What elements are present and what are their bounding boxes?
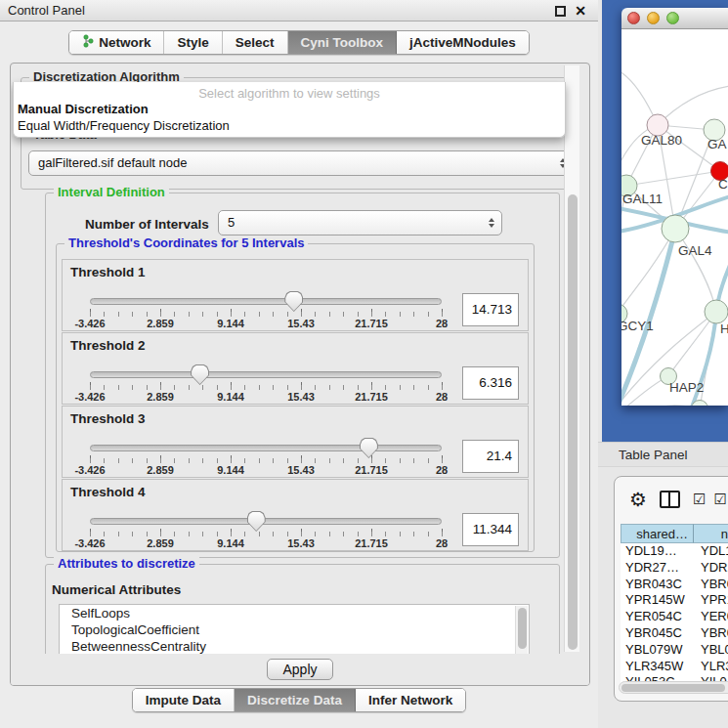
table-row[interactable]: YBR045CYBR0 [621, 625, 728, 642]
table-row[interactable]: YLR345WYLR3 [621, 659, 728, 675]
tick-label: 21.715 [355, 537, 388, 549]
threshold-value-field[interactable]: 6.316 [462, 366, 519, 400]
attributes-list-scrollbar[interactable] [515, 606, 528, 654]
network-icon [82, 34, 94, 51]
algorithm-option[interactable]: Equal Width/Frequency Discretization [14, 117, 565, 134]
tab-label: Impute Data [146, 693, 221, 707]
column-header-shared-name[interactable]: shared… [621, 524, 694, 543]
tick-label: 2.859 [147, 318, 174, 329]
zoom-traffic-light-icon[interactable] [666, 12, 679, 24]
network-edge[interactable] [621, 229, 675, 314]
attribute-list-item[interactable]: TopologicalCoefficient [60, 621, 529, 638]
network-node-label: HAP2 [669, 380, 704, 395]
shared-name-cell: YLR345W [621, 659, 694, 675]
attribute-list-item[interactable]: SelfLoops [60, 605, 529, 621]
algorithm-popup-placeholder: Select algorithm to view settings [14, 86, 565, 101]
tick-label: 2.859 [147, 391, 174, 403]
column-header-name[interactable]: na [694, 524, 728, 543]
select-none-checkbox-icon[interactable]: ☑ [713, 491, 728, 508]
tab-label: Discretize Data [247, 693, 342, 707]
threshold-slider[interactable] [90, 298, 442, 305]
close-traffic-light-icon[interactable] [627, 12, 640, 24]
interval-definition-group: Interval Definition Number of Intervals … [45, 193, 560, 558]
float-window-icon[interactable] [555, 6, 566, 17]
attributes-group: Attributes to discretize Numerical Attri… [45, 564, 560, 654]
threshold-slider[interactable] [90, 445, 442, 451]
table-row[interactable]: YBR043CYBR0 [621, 577, 728, 593]
table-horizontal-scrollbar[interactable] [619, 681, 728, 694]
tick-label: 28 [436, 464, 448, 476]
attribute-list-item[interactable]: BetweennessCentrality [60, 638, 529, 654]
algorithm-option[interactable]: Manual Discretization [14, 101, 565, 117]
table-data-combobox-value: galFiltered.sif default node [38, 155, 187, 170]
tick-label: 21.715 [355, 464, 388, 476]
network-node-h[interactable] [705, 300, 728, 323]
name-cell: YBL0 [694, 642, 728, 659]
tick-label: 21.715 [355, 318, 388, 329]
threshold-slider[interactable] [90, 371, 442, 378]
gear-icon[interactable]: ⚙ [629, 488, 647, 511]
name-cell: YDL1 [694, 543, 728, 560]
tab-cyni-toolbox[interactable]: Cyni Toolbox [288, 31, 398, 54]
threshold-panel: Threshold 3-3.4262.8599.14415.4321.71528… [62, 406, 529, 478]
table-row[interactable]: YBL079WYBL0 [621, 642, 728, 659]
table-row[interactable]: YPR145WYPR1 [621, 592, 728, 609]
table-row[interactable]: YER054CYER0 [621, 609, 728, 625]
tab-select[interactable]: Select [223, 31, 288, 54]
algorithm-dropdown-popup: Select algorithm to view settings Manual… [13, 82, 566, 138]
tab-impute-data[interactable]: Impute Data [133, 689, 235, 711]
select-all-checkbox-icon[interactable]: ☑ [693, 491, 708, 508]
threshold-value-field[interactable]: 14.713 [462, 293, 519, 326]
tick-label: 15.43 [287, 537, 315, 549]
table-panel-card: ⚙ ☑ ☑ shared… na YDL19…YDL1YDR27…YDR2YBR… [614, 476, 728, 702]
tab-network[interactable]: Network [69, 31, 164, 54]
tab-infer-network[interactable]: Infer Network [356, 689, 465, 711]
table-data-combobox[interactable]: galFiltered.sif default node [28, 150, 574, 176]
number-of-intervals-combobox[interactable]: 5 [218, 210, 502, 236]
threshold-value-field[interactable]: 11.344 [462, 513, 519, 546]
network-edge[interactable] [626, 171, 720, 186]
tab-style[interactable]: Style [164, 31, 222, 54]
network-canvas[interactable]: GAL80GACGAL11GAL4GCY1HHAP2 [621, 29, 728, 406]
numerical-attributes-list[interactable]: SelfLoopsTopologicalCoefficientBetweenne… [59, 604, 530, 654]
minimize-traffic-light-icon[interactable] [647, 12, 660, 24]
threshold-value-field[interactable]: 21.4 [462, 440, 519, 473]
split-columns-icon[interactable] [660, 491, 680, 508]
tick-label: 2.859 [147, 537, 174, 549]
tab-label: Infer Network [368, 693, 452, 707]
node-table-header: shared… na [621, 524, 728, 543]
close-icon[interactable]: ✕ [575, 6, 586, 17]
bottom-tabbar: Impute DataDiscretize DataInfer Network [0, 688, 598, 712]
threshold-label: Threshold 4 [70, 485, 146, 499]
tab-jactivemnodules[interactable]: jActiveMNodules [397, 31, 529, 54]
tick-label: 9.144 [217, 318, 244, 329]
shared-name-cell: YBR045C [621, 625, 694, 642]
threshold-slider[interactable] [90, 518, 442, 525]
top-tabbar: NetworkStyleSelectCyni ToolboxjActiveMNo… [0, 30, 598, 55]
network-node-label: GAL11 [622, 192, 663, 206]
network-window-titlebar[interactable] [621, 8, 728, 29]
cyni-toolbox-panel: Discretization Algorithm Select algorith… [10, 63, 590, 686]
shared-name-cell: YBL079W [621, 642, 694, 659]
screen: Control Panel ✕ NetworkStyleSelectCyni T… [0, 0, 728, 728]
shared-name-cell: YBR043C [621, 577, 694, 593]
tab-discretize-data[interactable]: Discretize Data [235, 689, 356, 711]
control-panel-title: Control Panel [8, 3, 85, 18]
attributes-group-label: Attributes to discretize [54, 556, 199, 571]
table-row[interactable]: YDR27…YDR2 [621, 560, 728, 577]
apply-button[interactable]: Apply [267, 659, 333, 680]
tick-label: 15.43 [287, 318, 315, 329]
table-row[interactable]: YDL19…YDL1 [621, 543, 728, 560]
threshold-panel: Threshold 1-3.4262.8599.14415.4321.71528… [62, 259, 529, 331]
network-node-gal4[interactable] [662, 215, 689, 242]
panel-vertical-scrollbar[interactable] [564, 65, 579, 652]
slider-tick-labels: -3.4262.8599.14415.4321.71528 [90, 391, 442, 403]
table-panel-title: Table Panel [619, 448, 688, 462]
apply-row: Apply [11, 654, 589, 686]
numerical-attributes-label: Numerical Attributes [52, 582, 181, 597]
network-node-label: GAL4 [678, 243, 712, 258]
tick-label: 9.144 [217, 464, 244, 476]
tab-label: Select [236, 35, 275, 50]
tick-label: 2.859 [147, 464, 174, 476]
name-cell: YBR0 [694, 577, 728, 593]
